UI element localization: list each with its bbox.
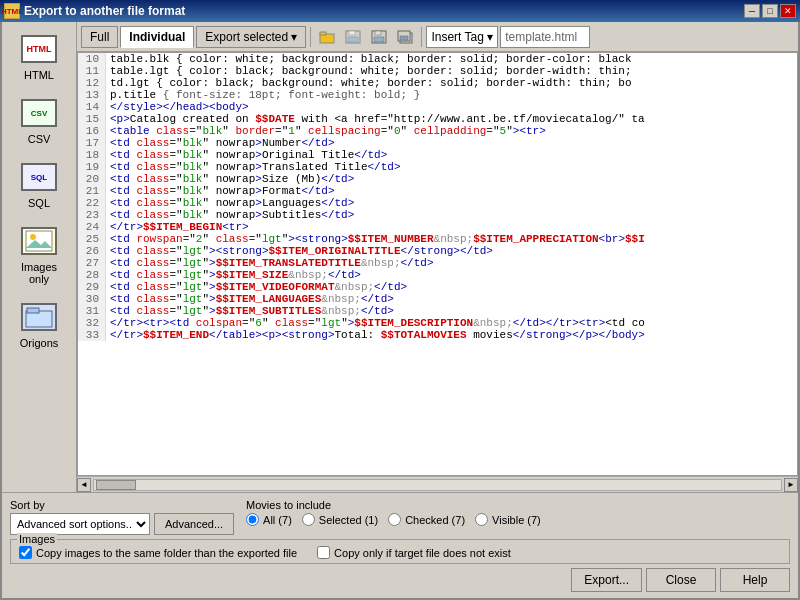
app-icon: HTML: [4, 3, 20, 19]
code-line: 11 table.lgt { color: black; background:…: [78, 65, 797, 77]
svg-rect-9: [349, 31, 355, 35]
code-lines: 10 table.blk { color: white; background:…: [78, 53, 797, 341]
close-dialog-button[interactable]: Close: [646, 568, 716, 592]
copy-images-checkbox[interactable]: [19, 546, 32, 559]
line-number: 33: [78, 329, 106, 341]
help-button[interactable]: Help: [720, 568, 790, 592]
sort-label: Sort by: [10, 499, 234, 511]
code-line: 33</tr>$$ITEM_END</table><p><strong>Tota…: [78, 329, 797, 341]
title-bar-text: Export to another file format: [24, 4, 185, 18]
sidebar: HTML HTML CSV CSV SQL SQL: [2, 22, 77, 492]
line-number: 18: [78, 149, 106, 161]
movies-section: Movies to include All (7) Selected (1) C…: [246, 499, 790, 526]
svg-rect-11: [374, 37, 384, 42]
sidebar-item-sql[interactable]: SQL SQL: [7, 154, 72, 214]
code-line: 31<td class="lgt">$$ITEM_SUBTITLES&nbsp;…: [78, 305, 797, 317]
scroll-right-button[interactable]: ►: [784, 478, 798, 492]
line-number: 22: [78, 197, 106, 209]
sidebar-item-csv[interactable]: CSV CSV: [7, 90, 72, 150]
advanced-button[interactable]: Advanced...: [154, 513, 234, 535]
line-number: 12: [78, 77, 106, 89]
code-line: 22<td class="blk" nowrap>Languages</td>: [78, 197, 797, 209]
sidebar-item-origons[interactable]: Origons: [7, 294, 72, 354]
minimize-button[interactable]: ─: [744, 4, 760, 18]
movies-label: Movies to include: [246, 499, 790, 511]
sidebar-item-images[interactable]: Images only: [7, 218, 72, 290]
line-content: <td class="lgt">$$ITEM_VIDEOFORMAT&nbsp;…: [106, 281, 797, 293]
insert-tag-button[interactable]: Insert Tag ▾: [426, 26, 498, 48]
open-file-button[interactable]: [315, 26, 339, 48]
line-number: 26: [78, 245, 106, 257]
radio-selected[interactable]: Selected (1): [302, 513, 378, 526]
code-line: 20<td class="blk" nowrap>Size (Mb)</td>: [78, 173, 797, 185]
copy-only-checkbox[interactable]: [317, 546, 330, 559]
close-button[interactable]: ✕: [780, 4, 796, 18]
code-line: 14</style></head><body>: [78, 101, 797, 113]
tab-export-selected[interactable]: Export selected ▾: [196, 26, 306, 48]
code-line: 32</tr><tr><td colspan="6" class="lgt">$…: [78, 317, 797, 329]
line-content: <td rowspan="2" class="lgt"><strong>$$IT…: [106, 233, 797, 245]
line-content: <p>Catalog created on $$DATE with <a hre…: [106, 113, 797, 125]
code-line: 18<td class="blk" nowrap>Original Title<…: [78, 149, 797, 161]
save-as-button[interactable]: [341, 26, 365, 48]
code-line: 26<td class="lgt"><strong>$$ITEM_ORIGINA…: [78, 245, 797, 257]
copy-images-label: Copy images to the same folder than the …: [36, 547, 297, 559]
line-content: <td class="blk" nowrap>Size (Mb)</td>: [106, 173, 797, 185]
sidebar-label-csv: CSV: [28, 133, 51, 145]
svg-rect-12: [375, 31, 381, 35]
sidebar-label-origons: Origons: [20, 337, 59, 349]
line-content: table.blk { color: white; background: bl…: [106, 53, 797, 65]
line-number: 23: [78, 209, 106, 221]
line-content: <td class="blk" nowrap>Original Title</t…: [106, 149, 797, 161]
title-bar-left: HTML Export to another file format: [4, 3, 185, 19]
main-window: HTML HTML CSV CSV SQL SQL: [0, 22, 800, 600]
code-line: 23<td class="blk" nowrap>Subtitles</td>: [78, 209, 797, 221]
line-content: p.title { font-size: 18pt; font-weight: …: [106, 89, 797, 101]
scrollbar-thumb[interactable]: [96, 480, 136, 490]
code-line: 30<td class="lgt">$$ITEM_LANGUAGES&nbsp;…: [78, 293, 797, 305]
horizontal-scrollbar[interactable]: ◄ ►: [77, 476, 798, 492]
sidebar-item-html[interactable]: HTML HTML: [7, 26, 72, 86]
toolbar-separator-1: [310, 27, 311, 47]
line-number: 25: [78, 233, 106, 245]
line-number: 17: [78, 137, 106, 149]
maximize-button[interactable]: □: [762, 4, 778, 18]
sidebar-label-html: HTML: [24, 69, 54, 81]
sort-select[interactable]: Advanced sort options...: [10, 513, 150, 535]
line-content: <td class="lgt">$$ITEM_TRANSLATEDTITLE&n…: [106, 257, 797, 269]
code-line: 13 p.title { font-size: 18pt; font-weigh…: [78, 89, 797, 101]
copy-only-checkbox-label[interactable]: Copy only if target file does not exist: [317, 546, 511, 559]
export-button[interactable]: Export...: [571, 568, 642, 592]
title-bar: HTML Export to another file format ─ □ ✕: [0, 0, 800, 22]
tab-individual[interactable]: Individual: [120, 26, 194, 48]
tab-full[interactable]: Full: [81, 26, 118, 48]
save-button[interactable]: [367, 26, 391, 48]
line-content: <td class="lgt">$$ITEM_SUBTITLES&nbsp;</…: [106, 305, 797, 317]
code-line: 21<td class="blk" nowrap>Format</td>: [78, 185, 797, 197]
bottom-area: Sort by Advanced sort options... Advance…: [2, 492, 798, 598]
images-group-title: Images: [17, 533, 57, 545]
code-line: 10 table.blk { color: white; background:…: [78, 53, 797, 65]
code-line: 28<td class="lgt">$$ITEM_SIZE&nbsp;</td>: [78, 269, 797, 281]
svg-rect-8: [348, 37, 358, 42]
radio-all[interactable]: All (7): [246, 513, 292, 526]
radio-visible[interactable]: Visible (7): [475, 513, 541, 526]
line-number: 13: [78, 89, 106, 101]
svg-rect-15: [400, 36, 408, 40]
line-number: 16: [78, 125, 106, 137]
line-number: 21: [78, 185, 106, 197]
scrollbar-track[interactable]: [93, 479, 782, 491]
template-file-field: template.html: [500, 26, 590, 48]
line-content: </tr>$$ITEM_BEGIN<tr>: [106, 221, 797, 233]
images-group: Images Copy images to the same folder th…: [10, 539, 790, 564]
line-content: <td class="blk" nowrap>Number</td>: [106, 137, 797, 149]
line-content: <td class="lgt"><strong>$$ITEM_ORIGINALT…: [106, 245, 797, 257]
save-all-button[interactable]: [393, 26, 417, 48]
scroll-left-button[interactable]: ◄: [77, 478, 91, 492]
code-editor[interactable]: 10 table.blk { color: white; background:…: [77, 52, 798, 476]
line-content: </style></head><body>: [106, 101, 797, 113]
line-content: <td class="blk" nowrap>Format</td>: [106, 185, 797, 197]
copy-images-checkbox-label[interactable]: Copy images to the same folder than the …: [19, 546, 297, 559]
line-number: 14: [78, 101, 106, 113]
radio-checked[interactable]: Checked (7): [388, 513, 465, 526]
